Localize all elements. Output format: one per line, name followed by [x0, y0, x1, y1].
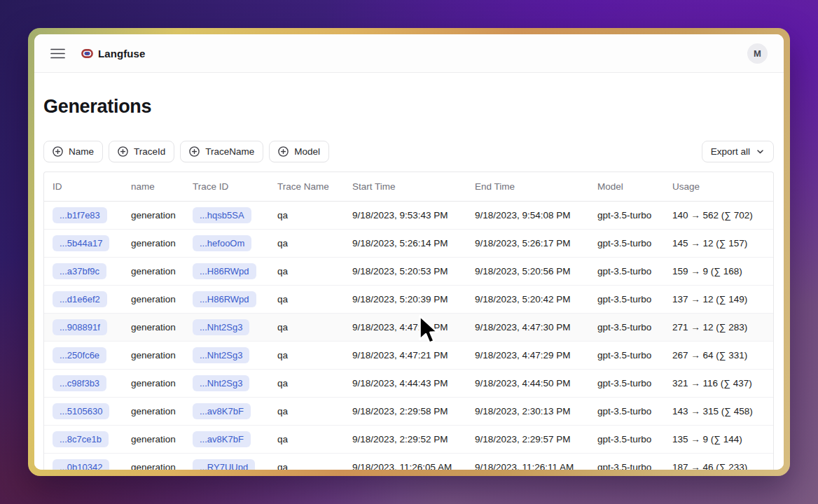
cell-name: generation — [123, 285, 184, 313]
cell-model: gpt-3.5-turbo — [589, 397, 664, 425]
generation-id-badge[interactable]: ...c98f3b3 — [53, 375, 106, 391]
table-row[interactable]: ...d1e6ef2 generation ...H86RWpd qa 9/18… — [44, 285, 773, 313]
app-window-content: Langfuse M Generations Name TraceId Trac… — [34, 34, 784, 470]
generation-id-badge[interactable]: ...8c7ce1b — [53, 431, 109, 447]
cell-start-time: 9/18/2023, 2:29:52 PM — [344, 425, 466, 453]
cell-usage: 187 → 46 (∑ 233) — [664, 453, 773, 470]
trace-id-badge[interactable]: ...Nht2Sg3 — [193, 375, 249, 391]
trace-id-badge[interactable]: ...av8K7bF — [193, 431, 251, 447]
cell-trace-name: qa — [269, 369, 344, 397]
trace-id-badge[interactable]: ...Nht2Sg3 — [193, 347, 249, 363]
cell-usage: 159 → 9 (∑ 168) — [664, 257, 773, 285]
menu-button[interactable] — [50, 48, 65, 59]
cell-trace-name: qa — [269, 229, 344, 257]
cell-end-time: 9/18/2023, 4:47:30 PM — [466, 313, 589, 341]
cell-name: generation — [123, 369, 184, 397]
cell-end-time: 9/18/2023, 5:20:56 PM — [466, 257, 589, 285]
cell-name: generation — [123, 341, 184, 369]
filter-label: TraceName — [205, 146, 254, 157]
table-row[interactable]: ...908891f generation ...Nht2Sg3 qa 9/18… — [44, 313, 773, 341]
desktop-background: { "header": { "brand": "Langfuse", "avat… — [0, 0, 818, 504]
cell-end-time: 9/18/2023, 4:44:50 PM — [466, 369, 589, 397]
hamburger-icon — [50, 48, 65, 59]
plus-circle-icon — [189, 146, 200, 157]
generations-table: ID name Trace ID Trace Name Start Time E… — [43, 172, 774, 470]
cell-name: generation — [123, 453, 184, 470]
cell-name: generation — [123, 257, 184, 285]
generation-id-badge[interactable]: ...5105630 — [53, 403, 109, 419]
cell-model: gpt-3.5-turbo — [589, 257, 664, 285]
cell-trace-name: qa — [269, 425, 344, 453]
plus-circle-icon — [53, 146, 63, 157]
cell-model: gpt-3.5-turbo — [589, 341, 664, 369]
generation-id-badge[interactable]: ...908891f — [53, 319, 107, 335]
column-header-name: name — [123, 172, 184, 201]
cell-trace-name: qa — [269, 397, 344, 425]
cell-model: gpt-3.5-turbo — [589, 425, 664, 453]
filter-label: Name — [69, 146, 94, 157]
cell-start-time: 9/18/2023, 11:26:05 AM — [344, 453, 466, 470]
generation-id-badge[interactable]: ...b1f7e83 — [53, 207, 107, 223]
table-row[interactable]: ...c98f3b3 generation ...Nht2Sg3 qa 9/18… — [44, 369, 773, 397]
filter-add-traceid-button[interactable]: TraceId — [109, 141, 174, 162]
filter-add-tracename-button[interactable]: TraceName — [180, 141, 263, 162]
trace-id-badge[interactable]: ...Nht2Sg3 — [193, 319, 249, 335]
generation-id-badge[interactable]: ...0b10342 — [53, 459, 109, 470]
main-content: Generations Name TraceId TraceName Model — [34, 73, 784, 470]
cell-usage: 135 → 9 (∑ 144) — [664, 425, 773, 453]
generation-id-badge[interactable]: ...a37bf9c — [53, 263, 106, 279]
column-header-usage: Usage — [664, 172, 773, 201]
table-row[interactable]: ...5105630 generation ...av8K7bF qa 9/18… — [44, 397, 773, 425]
filter-add-name-button[interactable]: Name — [43, 141, 103, 162]
cell-start-time: 9/18/2023, 4:47:21 PM — [344, 341, 466, 369]
cell-model: gpt-3.5-turbo — [589, 313, 664, 341]
cell-end-time: 9/18/2023, 11:26:11 AM — [466, 453, 589, 470]
cell-trace-name: qa — [269, 341, 344, 369]
cell-end-time: 9/18/2023, 5:20:42 PM — [466, 285, 589, 313]
cell-name: generation — [123, 201, 184, 229]
column-header-end-time: End Time — [466, 172, 589, 201]
cell-start-time: 9/18/2023, 4:47:28 PM — [344, 313, 466, 341]
generation-id-badge[interactable]: ...250fc6e — [53, 347, 106, 363]
trace-id-badge[interactable]: ...H86RWpd — [193, 263, 256, 279]
cell-model: gpt-3.5-turbo — [589, 201, 664, 229]
table-row[interactable]: ...8c7ce1b generation ...av8K7bF qa 9/18… — [44, 425, 773, 453]
cell-trace-name: qa — [269, 201, 344, 229]
table-body: ...b1f7e83 generation ...hqsb5SA qa 9/18… — [44, 201, 773, 470]
cell-name: generation — [123, 397, 184, 425]
cell-model: gpt-3.5-turbo — [589, 285, 664, 313]
cell-start-time: 9/18/2023, 5:20:53 PM — [344, 257, 466, 285]
filter-label: Model — [294, 146, 320, 157]
export-all-button[interactable]: Export all — [702, 141, 774, 162]
trace-id-badge[interactable]: ...hqsb5SA — [193, 207, 251, 223]
trace-id-badge[interactable]: ...H86RWpd — [193, 291, 256, 307]
export-all-label: Export all — [711, 146, 750, 157]
table-row[interactable]: ...5b44a17 generation ...hefooOm qa 9/18… — [44, 229, 773, 257]
cell-trace-name: qa — [269, 453, 344, 470]
generation-id-badge[interactable]: ...d1e6ef2 — [53, 291, 107, 307]
cell-usage: 140 → 562 (∑ 702) — [664, 201, 773, 229]
table-row[interactable]: ...b1f7e83 generation ...hqsb5SA qa 9/18… — [44, 201, 773, 229]
table-row[interactable]: ...0b10342 generation ...RY7UUpd qa 9/18… — [44, 453, 773, 470]
plus-circle-icon — [118, 146, 128, 157]
trace-id-badge[interactable]: ...RY7UUpd — [193, 459, 255, 470]
trace-id-badge[interactable]: ...hefooOm — [193, 235, 251, 251]
table-row[interactable]: ...a37bf9c generation ...H86RWpd qa 9/18… — [44, 257, 773, 285]
cell-start-time: 9/18/2023, 5:26:14 PM — [344, 229, 466, 257]
column-header-model: Model — [589, 172, 664, 201]
page-title: Generations — [43, 96, 774, 118]
cell-trace-name: qa — [269, 257, 344, 285]
brand-home-link[interactable]: Langfuse — [81, 48, 145, 59]
generation-id-badge[interactable]: ...5b44a17 — [53, 235, 109, 251]
cell-usage: 271 → 12 (∑ 283) — [664, 313, 773, 341]
cell-name: generation — [123, 229, 184, 257]
cell-start-time: 9/18/2023, 5:20:39 PM — [344, 285, 466, 313]
table-row[interactable]: ...250fc6e generation ...Nht2Sg3 qa 9/18… — [44, 341, 773, 369]
column-header-id: ID — [44, 172, 123, 201]
cell-name: generation — [123, 313, 184, 341]
trace-id-badge[interactable]: ...av8K7bF — [193, 403, 251, 419]
cell-start-time: 9/18/2023, 9:53:43 PM — [344, 201, 466, 229]
column-header-trace-name: Trace Name — [269, 172, 344, 201]
avatar[interactable]: M — [747, 43, 768, 64]
filter-add-model-button[interactable]: Model — [269, 141, 329, 162]
